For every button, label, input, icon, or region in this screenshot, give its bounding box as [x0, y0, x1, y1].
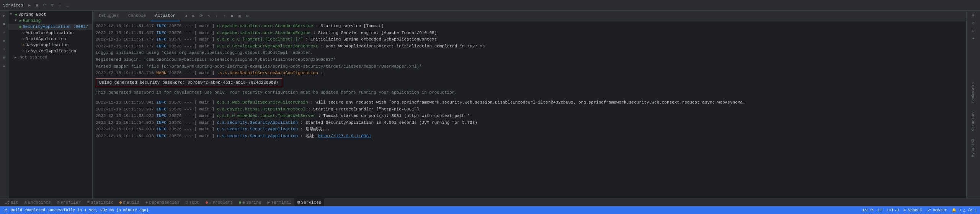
restart-icon[interactable]: ⟳: [42, 2, 48, 8]
left-icon-6[interactable]: ≡: [1, 54, 8, 61]
tab-console[interactable]: Console: [124, 11, 150, 21]
log-line-plain-1: Logging initialized using 'class org.apa…: [96, 50, 963, 57]
tree-label-running: Running: [23, 18, 41, 23]
bottom-tab-spring[interactable]: ◉ Spring: [236, 198, 264, 207]
filter-icon[interactable]: ▽: [49, 2, 56, 8]
services-icon: ⊞: [297, 200, 300, 205]
console-content: 2022-12-16 10:11:51.617 INFO 20576 --- […: [93, 21, 966, 198]
log-line-5: 2022-12-16 10:11:53.841 INFO 20576 --- […: [96, 99, 963, 106]
stop-debug-icon[interactable]: ◼: [229, 13, 235, 19]
bottom-tab-git[interactable]: ⎇ Git: [2, 198, 21, 207]
top-bar-icons: ▶ ◼ ⟳ ▽ ＋ …: [26, 2, 71, 8]
view-icon[interactable]: ▣: [237, 13, 243, 19]
bottom-tab-build[interactable]: ⊞ Build: [116, 198, 142, 207]
tree-icon-actuator: ○: [22, 31, 24, 35]
tree-item-security-app[interactable]: ◉ SecurityApplication :8081/: [8, 24, 92, 30]
log-line-9: 2022-12-16 10:11:54.038 INFO 20576 --- […: [96, 126, 963, 133]
bottom-tab-todo[interactable]: ☑ TODO: [183, 198, 203, 207]
tree-item-jasypt[interactable]: ○ JasyptApplication: [8, 42, 92, 48]
step-into-icon[interactable]: ↓: [214, 13, 220, 19]
next-icon[interactable]: ▶: [191, 13, 197, 19]
bookmarks-label[interactable]: Bookmarks: [971, 82, 975, 103]
file-charset[interactable]: UTF-8: [887, 208, 899, 212]
stop-icon[interactable]: ◼: [34, 2, 40, 8]
right-icon-1[interactable]: ⊞: [970, 12, 977, 18]
tree-label-not-started: Not Started: [20, 55, 47, 60]
log-line-plain-3: Parsed mapper file: 'file [D:\GrandLynn\…: [96, 63, 963, 70]
cursor-position[interactable]: 161:6: [862, 208, 874, 212]
main-area: ▶ ◼ ⚡ ● ○ ≡ ◈ ▼ ◆ Spring Boot ▼ ▶: [0, 11, 980, 198]
spring-icon: ◉: [242, 200, 245, 205]
line-ending[interactable]: LF: [878, 208, 883, 212]
mybatisx-label[interactable]: MyBatisX: [971, 139, 975, 157]
log-line-1: 2022-12-16 10:11:51.617 INFO 20576 --- […: [96, 23, 963, 30]
tree-icon-druid: ○: [22, 37, 24, 41]
password-box: Using generated security password: 0b7bb…: [96, 78, 282, 88]
step-out-icon[interactable]: ↑: [221, 13, 227, 19]
bottom-tab-statistic[interactable]: ≡ Statistic: [84, 198, 116, 207]
git-branch[interactable]: ⎇ master: [926, 208, 947, 212]
tree-item-druid[interactable]: ○ DruidApplication: [8, 36, 92, 42]
bottom-tab-profiler[interactable]: ◷ Profiler: [54, 198, 84, 207]
tree-item-running[interactable]: ▼ ▶ Running: [8, 18, 92, 24]
tree-label-easyexcel: EasyExcelApplication: [26, 49, 76, 54]
tree-item-actuator[interactable]: ○ ActuatorApplication: [8, 30, 92, 36]
tab-debugger[interactable]: Debugger: [94, 11, 124, 21]
tree-arrow-spring-boot: ▼: [10, 13, 14, 16]
bottom-tab-problems[interactable]: ⚠ Problems: [203, 198, 236, 207]
tree-icon-easyexcel: ○: [22, 49, 24, 54]
git-icon: ⎇: [5, 200, 10, 205]
right-icon-4[interactable]: ◈: [970, 35, 977, 41]
problems-icon: ⚠: [209, 200, 212, 205]
indent-info[interactable]: 4 spaces: [903, 208, 922, 212]
bottom-tab-endpoints[interactable]: ◎ Endpoints: [21, 198, 54, 207]
log-line-7: 2022-12-16 10:11:53.922 INFO 20576 --- […: [96, 113, 963, 120]
left-icon-4[interactable]: ●: [1, 37, 8, 44]
left-icon-2[interactable]: ◼: [1, 21, 8, 28]
left-icon-7[interactable]: ◈: [1, 63, 8, 70]
log-line-warn: 2022-12-16 10:11:53.716 WARN 20576 --- […: [96, 70, 963, 77]
notification-count[interactable]: 🔔 3 △ /∆ 1: [952, 208, 977, 212]
right-icon-2[interactable]: ◎: [970, 20, 977, 26]
right-icon-3[interactable]: ⊟: [970, 28, 977, 34]
bottom-tab-services[interactable]: ⊞ Services: [294, 198, 324, 207]
tree-item-easyexcel[interactable]: ○ EasyExcelApplication: [8, 48, 92, 54]
log-line-4: 2022-12-16 10:11:51.777 INFO 20576 --- […: [96, 43, 963, 50]
window-container: Services ▶ ◼ ⟳ ▽ ＋ … ▶ ◼ ⚡ ● ○ ≡ ◈ ▼: [0, 0, 980, 214]
step-over-icon[interactable]: ↷: [206, 13, 212, 19]
url-link[interactable]: http://127.0.0.1:8081: [318, 134, 371, 138]
console-tabs: Debugger Console Actuator ◀ ▶ ⟳ ↷ ↓ ↑ ◼ …: [93, 11, 966, 21]
bottom-tab-terminal[interactable]: ▶ Terminal: [265, 198, 294, 207]
log-line-3: 2022-12-16 10:11:51.777 INFO 20576 --- […: [96, 36, 963, 43]
services-panel: ▼ ◆ Spring Boot ▼ ▶ Running ◉ SecurityAp…: [8, 11, 93, 198]
bottom-tab-dependencies[interactable]: ◈ Dependencies: [142, 198, 183, 207]
endpoints-icon: ◎: [24, 200, 27, 205]
run-icon[interactable]: ▶: [26, 2, 33, 8]
status-bar: ⎇ Build completed successfully in 1 sec,…: [0, 206, 980, 214]
prev-icon[interactable]: ◀: [183, 13, 189, 19]
status-left: ⎇ Build completed successfully in 1 sec,…: [3, 208, 149, 212]
resume-icon[interactable]: ⟳: [198, 13, 204, 19]
build-dot: [119, 201, 122, 204]
structure-label[interactable]: Structure: [971, 110, 975, 131]
tree-item-spring-boot[interactable]: ▼ ◆ Spring Boot: [8, 11, 92, 18]
left-icon-3[interactable]: ⚡: [1, 29, 8, 36]
left-icon-5[interactable]: ○: [1, 46, 8, 53]
left-icon-1[interactable]: ▶: [1, 12, 8, 19]
settings-icon[interactable]: ⚙: [244, 13, 250, 19]
tree-item-not-started[interactable]: ▶ Not Started: [8, 54, 92, 60]
todo-icon: ☑: [186, 200, 188, 205]
tab-actuator[interactable]: Actuator: [150, 11, 180, 21]
log-line-6: 2022-12-16 10:11:53.907 INFO 20576 --- […: [96, 106, 963, 113]
services-title: Services: [3, 3, 23, 8]
tree-icon-security: ◉: [19, 24, 21, 29]
dependencies-icon: ◈: [145, 200, 148, 205]
tree-label-druid: DruidApplication: [26, 37, 66, 41]
log-line-10: 2022-12-16 10:11:54.038 INFO 20576 --- […: [96, 133, 963, 140]
tab-action-icons: ◀ ▶ ⟳ ↷ ↓ ↑ ◼ ▣ ⚙: [183, 13, 250, 19]
tree-label-security: SecurityApplication :8081/: [23, 24, 88, 29]
bottom-tabs-bar: ⎇ Git ◎ Endpoints ◷ Profiler ≡ Statistic…: [0, 198, 980, 206]
more-icon[interactable]: …: [65, 2, 71, 8]
add-icon[interactable]: ＋: [57, 2, 63, 8]
console-area: Debugger Console Actuator ◀ ▶ ⟳ ↷ ↓ ↑ ◼ …: [93, 11, 966, 198]
